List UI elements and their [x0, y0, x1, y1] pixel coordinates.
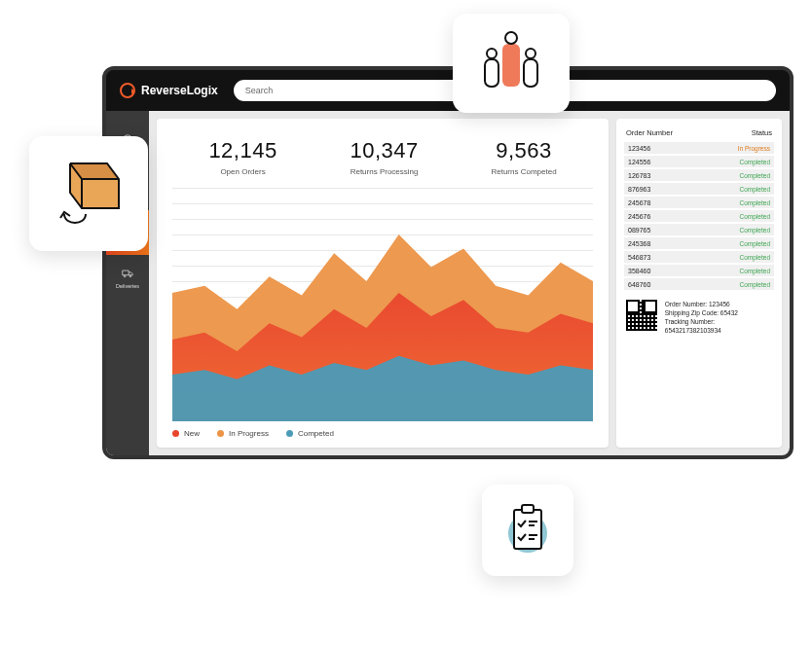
brand-logo: ReverseLogix — [120, 83, 218, 98]
order-row[interactable]: 876963Completed — [624, 183, 774, 195]
order-number: 245678 — [628, 199, 650, 206]
legend-dot-icon — [172, 430, 179, 437]
order-number: 245368 — [628, 240, 650, 247]
kpi-label: Returns Processing — [350, 167, 418, 176]
svg-point-8 — [487, 49, 497, 58]
meta-line: Tracking Number: 6543217382103934 — [665, 317, 772, 335]
order-status: Completed — [740, 227, 770, 234]
main-card: 12,145 Open Orders 10,347 Returns Proces… — [157, 119, 609, 448]
kpi-value: 9,563 — [491, 138, 556, 163]
order-row[interactable]: 245368Completed — [624, 237, 774, 249]
order-number: 358460 — [628, 268, 650, 274]
brand-name: ReverseLogix — [141, 84, 218, 97]
legend-item: In Progress — [217, 429, 269, 438]
order-row[interactable]: 648760Completed — [624, 278, 774, 290]
svg-point-9 — [526, 49, 535, 58]
kpi-returns-processing: 10,347 Returns Processing — [350, 138, 418, 176]
legend-label: Competed — [298, 429, 334, 438]
order-row[interactable]: 123456In Progress — [624, 142, 774, 154]
order-number: 245676 — [628, 213, 650, 220]
svg-point-3 — [129, 275, 131, 277]
float-card-box — [29, 136, 148, 251]
orders-header: Order Number Status — [624, 126, 774, 142]
legend-item: Competed — [286, 429, 334, 438]
qr-code-icon — [626, 300, 657, 331]
legend-dot-icon — [286, 430, 293, 437]
svg-rect-17 — [522, 505, 534, 513]
kpi-value: 10,347 — [350, 138, 418, 163]
order-row[interactable]: 245676Completed — [624, 210, 774, 222]
order-row[interactable]: 358460Completed — [624, 265, 774, 276]
order-status: Completed — [740, 213, 770, 220]
chart-legend: New In Progress Competed — [172, 429, 593, 438]
order-status: Completed — [740, 159, 770, 165]
svg-point-7 — [505, 32, 517, 44]
order-row[interactable]: 546873Completed — [624, 251, 774, 263]
app-window: ReverseLogix Search Orders Store — [102, 66, 794, 459]
legend-label: New — [184, 429, 200, 438]
order-status: Completed — [740, 240, 770, 247]
order-row[interactable]: 089765Completed — [624, 224, 774, 235]
order-status: Completed — [740, 186, 770, 193]
order-number: 126783 — [628, 172, 650, 179]
logo-ring-icon — [120, 83, 135, 98]
svg-rect-4 — [502, 44, 520, 87]
order-status: Completed — [740, 254, 770, 261]
order-number: 876963 — [628, 186, 650, 193]
float-card-clipboard — [482, 485, 573, 576]
workspace: Orders Store Reports Deliveries — [106, 111, 790, 455]
orders-header-left: Order Number — [626, 128, 673, 137]
legend-label: In Progress — [229, 429, 269, 438]
area-chart — [172, 188, 593, 421]
kpi-returns-completed: 9,563 Returns Competed — [491, 138, 556, 176]
order-status: Completed — [740, 172, 770, 179]
legend-dot-icon — [217, 430, 224, 437]
order-row[interactable]: 126783Completed — [624, 169, 774, 181]
legend-item: New — [172, 429, 200, 438]
topbar: ReverseLogix Search — [106, 70, 790, 111]
kpi-row: 12,145 Open Orders 10,347 Returns Proces… — [172, 132, 593, 188]
order-row[interactable]: 245678Completed — [624, 197, 774, 208]
order-status: Completed — [740, 268, 770, 274]
order-row[interactable]: 124556Completed — [624, 156, 774, 167]
content: 12,145 Open Orders 10,347 Returns Proces… — [149, 111, 790, 455]
kpi-value: 12,145 — [208, 138, 277, 163]
order-detail-block: Order Number: 123456 Shipping Zip Code: … — [624, 300, 774, 335]
order-status: In Progress — [738, 145, 770, 152]
order-status: Completed — [740, 199, 770, 206]
order-number: 124556 — [628, 159, 650, 165]
meta-line: Shipping Zip Code: 65432 — [665, 308, 772, 317]
meta-line: Order Number: 123456 — [665, 300, 772, 308]
orders-panel: Order Number Status 123456In Progress124… — [616, 119, 782, 448]
order-number: 546873 — [628, 254, 650, 261]
people-bars-icon — [473, 30, 549, 96]
orders-header-right: Status — [752, 128, 772, 137]
clipboard-checklist-icon — [500, 500, 555, 560]
order-number: 123456 — [628, 145, 650, 152]
svg-rect-6 — [524, 59, 537, 87]
sidebar-item-deliveries[interactable]: Deliveries — [106, 255, 149, 300]
truck-icon — [120, 266, 135, 281]
svg-rect-5 — [485, 59, 498, 87]
svg-point-2 — [124, 275, 126, 277]
order-status: Completed — [740, 281, 770, 288]
box-return-icon — [47, 154, 130, 234]
sidebar-item-label: Deliveries — [116, 283, 139, 289]
order-number: 648760 — [628, 281, 650, 288]
kpi-label: Returns Competed — [491, 167, 556, 176]
kpi-open-orders: 12,145 Open Orders — [208, 138, 277, 176]
float-card-people — [453, 14, 570, 113]
svg-rect-16 — [514, 510, 541, 549]
order-number: 089765 — [628, 227, 650, 234]
kpi-label: Open Orders — [208, 167, 277, 176]
order-meta: Order Number: 123456 Shipping Zip Code: … — [665, 300, 772, 335]
